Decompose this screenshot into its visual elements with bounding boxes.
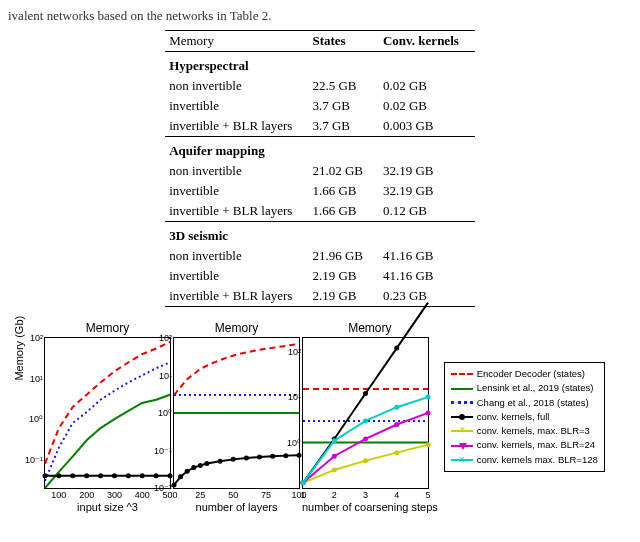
x-axis-label: number of coarsening steps [302,501,438,513]
legend-label: Chang et al., 2018 (states) [477,396,589,410]
caption-fragment: ivalent networks based on the networks i… [8,8,632,24]
svg-point-15 [204,461,209,466]
legend-label: conv. kernels, full [477,410,550,424]
chart-title: Memory [302,321,438,335]
svg-point-0 [43,473,48,478]
svg-point-29 [363,458,368,463]
svg-point-34 [363,436,368,441]
table-row: invertible2.19 GB41.16 GB [165,266,475,286]
table-row: non invertible22.5 GB0.02 GB [165,76,475,96]
section-title: 3D seismic [165,222,475,247]
svg-point-14 [198,463,203,468]
svg-point-36 [426,410,431,415]
svg-point-33 [332,454,337,459]
chart-row: Memory Memory (Gb) 10020030040050010⁻¹10… [8,321,632,513]
legend-item: Encoder Decoder (states) [451,367,598,381]
y-axis-label: Memory (Gb) [13,316,25,381]
svg-point-2 [70,473,75,478]
svg-point-6 [126,473,131,478]
svg-point-16 [218,459,223,464]
table-row: invertible1.66 GB32.19 GB [165,181,475,201]
svg-point-30 [394,450,399,455]
section-title: Aquifer mapping [165,137,475,162]
table-row: invertible + BLR layers3.7 GB0.003 GB [165,116,475,137]
svg-point-4 [98,473,103,478]
col-kernels: Conv. kernels [379,31,475,52]
col-states: States [308,31,379,52]
legend-label: Lensink et al., 2019 (states) [477,381,594,395]
svg-point-35 [394,422,399,427]
legend-item: ✕conv. kernels, max. BLR=3 [451,424,598,438]
svg-point-17 [231,457,236,462]
svg-point-25 [363,391,368,396]
legend-label: conv. kernels, max. BLR=24 [477,438,595,452]
legend-label: conv. kernels max. BLR=128 [477,453,598,467]
svg-point-38 [332,438,337,443]
section-title: Hyperspectral [165,52,475,77]
table-row: invertible + BLR layers1.66 GB0.12 GB [165,201,475,222]
svg-point-1 [56,473,61,478]
svg-point-5 [112,473,117,478]
svg-point-20 [270,454,275,459]
col-memory: Memory [165,31,308,52]
table-row: non invertible21.96 GB41.16 GB [165,246,475,266]
svg-point-40 [394,405,399,410]
svg-point-19 [257,455,262,460]
legend-item: Lensink et al., 2019 (states) [451,381,598,395]
svg-point-18 [244,456,249,461]
svg-point-39 [363,418,368,423]
svg-point-22 [297,453,302,458]
memory-table: Memory States Conv. kernels Hyperspectra… [165,30,475,307]
x-axis-label: input size ^3 [44,501,171,513]
svg-point-9 [168,473,173,478]
legend-label: Encoder Decoder (states) [477,367,585,381]
table-row: non invertible21.02 GB32.19 GB [165,161,475,181]
svg-point-12 [185,469,190,474]
legend-item: ×conv. kernels max. BLR=128 [451,453,598,467]
x-axis-label: number of layers [173,501,300,513]
svg-point-21 [283,453,288,458]
svg-point-3 [84,473,89,478]
svg-point-7 [140,473,145,478]
svg-point-11 [178,474,183,479]
legend-item: Chang et al., 2018 (states) [451,396,598,410]
legend-label: conv. kernels, max. BLR=3 [477,424,590,438]
svg-point-13 [191,465,196,470]
svg-point-41 [426,395,431,400]
svg-point-28 [332,467,337,472]
svg-point-10 [172,483,177,488]
svg-point-8 [154,473,159,478]
legend-item: conv. kernels, full [451,410,598,424]
legend-item: conv. kernels, max. BLR=24 [451,438,598,452]
chart-title: Memory [173,321,300,335]
svg-point-31 [426,442,431,447]
chart-panel-3: Memory 1234510⁰10¹10² number of coarseni… [302,321,438,513]
chart-legend: Encoder Decoder (states)Lensink et al., … [444,362,605,472]
svg-point-37 [301,480,306,485]
table-row: invertible3.7 GB0.02 GB [165,96,475,116]
svg-point-26 [394,346,399,351]
